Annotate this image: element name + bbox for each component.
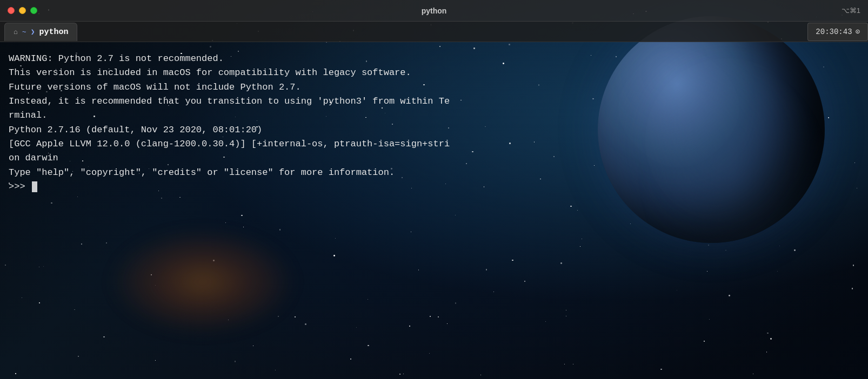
time-value: 20:30:43 (816, 28, 852, 36)
active-tab[interactable]: ⌂ ~ ❯ python (4, 23, 77, 41)
window-title: python (422, 6, 447, 15)
window-shortcut: ⌥⌘1 (842, 6, 860, 15)
clock-icon: ⊙ (856, 27, 860, 36)
terminal-output[interactable]: WARNING: Python 2.7 is not recommended.T… (0, 42, 868, 204)
home-icon: ⌂ (14, 28, 18, 36)
tab-arrow: ❯ (31, 28, 35, 36)
warning-line2: This version is included in macOS for co… (9, 67, 411, 78)
tab-tilde: ~ (22, 28, 26, 36)
python-version-line: Python 2.7.16 (default, Nov 23 2020, 08:… (9, 125, 262, 135)
tabbar: ⌂ ~ ❯ python 20:30:43 ⊙ (0, 22, 868, 42)
cursor (32, 181, 37, 192)
traffic-lights (8, 7, 37, 14)
warning-line5: rminal. (9, 110, 47, 120)
time-display: 20:30:43 ⊙ (807, 23, 868, 41)
titlebar: python ⌥⌘1 (0, 0, 868, 22)
nebula-decoration (108, 228, 297, 336)
prompt: >>> (9, 181, 31, 192)
tab-label: python (39, 28, 68, 37)
warning-line4: Instead, it is recommended that you tran… (9, 96, 450, 106)
gcc-line1: [GCC Apple LLVM 12.0.0 (clang-1200.0.30.… (9, 139, 450, 149)
gcc-line2: on darwin (9, 153, 58, 163)
maximize-button[interactable] (30, 7, 37, 14)
warning-line3: Future versions of macOS will not includ… (9, 82, 301, 92)
prompt-line: >>> (9, 180, 859, 194)
help-line: Type "help", "copyright", "credits" or "… (9, 167, 395, 178)
warning-line1: WARNING: Python 2.7 is not recommended. (9, 53, 224, 64)
minimize-button[interactable] (19, 7, 26, 14)
close-button[interactable] (8, 7, 15, 14)
